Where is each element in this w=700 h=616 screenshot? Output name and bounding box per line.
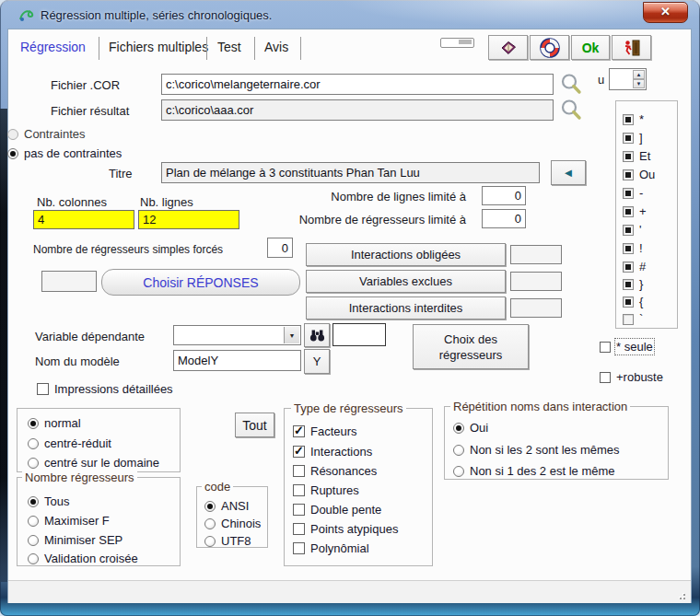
tab-fichiers-multiples[interactable]: Fichiers multiples xyxy=(109,40,208,54)
radio-ansi[interactable]: ANSI xyxy=(204,499,249,513)
radio-maximiser-f[interactable]: Maximiser F xyxy=(28,514,110,528)
resize-grip[interactable] xyxy=(676,590,685,599)
help-button[interactable] xyxy=(530,35,569,60)
exit-button[interactable] xyxy=(612,35,651,60)
radio-chinois[interactable]: Chinois xyxy=(204,517,261,530)
checkbox-icon[interactable] xyxy=(623,314,634,325)
checkbox-icon[interactable] xyxy=(293,465,305,477)
checkbox-double-pente[interactable]: Double pente xyxy=(293,503,381,517)
radio-icon[interactable] xyxy=(453,423,464,434)
radio-icon[interactable] xyxy=(453,466,464,477)
checkbox-icon[interactable] xyxy=(623,169,634,180)
interactions-obligees-field[interactable] xyxy=(510,245,562,264)
close-button[interactable]: ✕ xyxy=(643,2,688,23)
radio-icon[interactable] xyxy=(28,535,39,546)
titre-back-button[interactable]: ◄ xyxy=(551,160,586,185)
radio-icon[interactable] xyxy=(204,518,216,529)
special-char-option[interactable]: ! xyxy=(623,241,643,255)
radio-normal[interactable]: normal xyxy=(28,416,81,430)
star-seule-checkbox[interactable]: * seule xyxy=(600,340,653,354)
variable-dependante-field[interactable] xyxy=(332,323,386,346)
variable-dependante-combo[interactable]: ▼ xyxy=(173,325,301,345)
checkbox-icon[interactable] xyxy=(623,243,634,254)
radio-icon[interactable] xyxy=(28,418,39,429)
special-char-option[interactable]: + xyxy=(623,204,647,218)
special-char-option[interactable]: - xyxy=(623,186,643,200)
browse-result-magnifier-icon[interactable] xyxy=(558,98,584,123)
radio-pas-de-contraintes[interactable]: pas de contraintes xyxy=(7,146,122,160)
special-char-option[interactable]: { xyxy=(623,295,643,308)
tab-regression[interactable]: Régression xyxy=(20,40,86,54)
tab-test[interactable]: Test xyxy=(217,40,241,54)
radio-oui[interactable]: Oui xyxy=(453,421,488,435)
radio-icon[interactable] xyxy=(453,445,464,456)
radio-icon[interactable] xyxy=(28,553,39,564)
special-char-option[interactable]: ` xyxy=(623,312,643,326)
checkbox-icon[interactable] xyxy=(623,114,634,125)
ok-button[interactable]: Ok xyxy=(571,35,610,60)
nb-colonnes-input[interactable] xyxy=(33,210,134,229)
robuste-checkbox[interactable]: +robuste xyxy=(600,370,663,384)
checkbox-icon[interactable] xyxy=(293,425,305,437)
special-char-option[interactable]: Et xyxy=(623,149,650,163)
choisir-reponses-button[interactable]: Choisir RÉPONSES xyxy=(101,269,300,296)
checkbox-icon[interactable] xyxy=(600,342,611,353)
checkbox-icon[interactable] xyxy=(623,225,634,236)
radio-icon[interactable] xyxy=(7,129,18,140)
radio-icon[interactable] xyxy=(28,458,39,469)
radio-tous[interactable]: Tous xyxy=(28,494,69,508)
radio-centre-domaine[interactable]: centré sur le domaine xyxy=(28,456,159,470)
interactions-interdites-field[interactable] xyxy=(510,298,562,318)
radio-centre-reduit[interactable]: centré-réduit xyxy=(28,436,111,450)
y-button[interactable]: Y xyxy=(304,349,330,374)
checkbox-icon[interactable] xyxy=(293,484,305,496)
special-char-option[interactable]: Ou xyxy=(623,168,655,181)
radio-non-1-meme[interactable]: Non si 1 des 2 est le même xyxy=(453,464,615,478)
checkbox-icon[interactable] xyxy=(600,372,611,383)
chevron-down-icon[interactable]: ▼ xyxy=(284,327,299,343)
checkbox-icon[interactable] xyxy=(293,504,305,516)
impressions-detaillees-checkbox[interactable]: Impressions détaillées xyxy=(37,382,173,396)
regresseurs-limite-input[interactable] xyxy=(482,209,526,228)
checkbox-facteurs[interactable]: Facteurs xyxy=(293,424,357,438)
special-char-option[interactable]: # xyxy=(623,260,646,273)
checkbox-interactions[interactable]: Interactions xyxy=(293,445,372,459)
choix-regresseurs-button[interactable]: Choix des régresseurs xyxy=(413,324,529,369)
interactions-obligees-button[interactable]: Interactions obligées xyxy=(306,243,506,266)
titre-input[interactable] xyxy=(161,162,540,183)
nom-modele-input[interactable] xyxy=(173,350,301,371)
fichier-cor-input[interactable] xyxy=(161,74,554,95)
manual-button[interactable] xyxy=(488,35,528,60)
variables-exclues-button[interactable]: Variables exclues xyxy=(306,270,506,293)
checkbox-points-atypiques[interactable]: Points atypiques xyxy=(293,522,398,536)
reponses-count-field[interactable] xyxy=(41,271,97,292)
checkbox-icon[interactable] xyxy=(623,262,634,273)
checkbox-icon[interactable] xyxy=(37,383,49,395)
u-spinner[interactable]: ▲ ▼ xyxy=(609,68,647,90)
radio-validation-croisee[interactable]: Validation croisée xyxy=(28,552,138,565)
checkbox-icon[interactable] xyxy=(623,133,634,144)
checkbox-icon[interactable] xyxy=(293,542,305,554)
tab-avis[interactable]: Avis xyxy=(264,40,288,54)
radio-contraintes[interactable]: Contraintes xyxy=(7,127,85,141)
checkbox-polynomial[interactable]: Polynômial xyxy=(293,541,369,555)
checkbox-ruptures[interactable]: Ruptures xyxy=(293,483,359,497)
radio-icon[interactable] xyxy=(28,496,39,507)
radio-icon[interactable] xyxy=(28,516,39,527)
checkbox-icon[interactable] xyxy=(293,523,305,535)
browse-cor-magnifier-icon[interactable] xyxy=(558,72,584,98)
fichier-resultat-input[interactable] xyxy=(161,99,554,121)
special-char-option[interactable]: * xyxy=(623,112,644,126)
checkbox-icon[interactable] xyxy=(623,206,634,217)
checkbox-icon[interactable] xyxy=(623,151,634,162)
simples-forces-input[interactable] xyxy=(267,238,293,258)
spin-up-icon[interactable]: ▲ xyxy=(633,70,645,79)
checkbox-icon[interactable] xyxy=(623,296,634,308)
radio-icon[interactable] xyxy=(204,536,216,547)
radio-non-2-memes[interactable]: Non si les 2 sont les mêmes xyxy=(453,443,620,457)
special-char-option[interactable]: ' xyxy=(623,223,641,237)
interactions-interdites-button[interactable]: Interactions interdites xyxy=(306,296,506,320)
radio-icon[interactable] xyxy=(28,438,39,449)
radio-icon[interactable] xyxy=(7,148,18,159)
checkbox-resonances[interactable]: Résonances xyxy=(293,464,377,478)
